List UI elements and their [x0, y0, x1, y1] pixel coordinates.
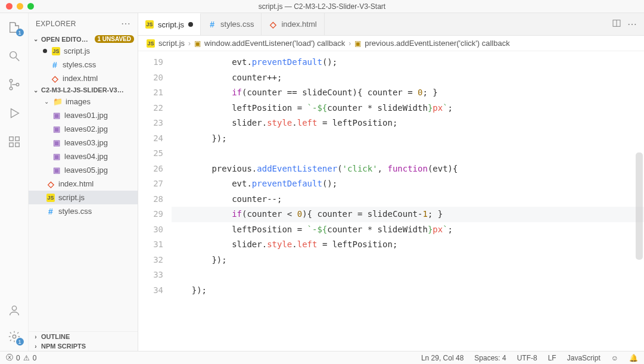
code-line[interactable]: if(counter < 0){ counter = slideCount-1;…: [172, 207, 644, 222]
vertical-scrollbar[interactable]: [636, 153, 643, 260]
line-number: 25: [138, 146, 163, 161]
line-number: 21: [138, 85, 163, 101]
code-line[interactable]: evt.preventDefault();: [172, 176, 644, 192]
line-number: 33: [138, 267, 163, 283]
html-file-icon: ◇: [46, 180, 55, 188]
explorer-badge: 1: [16, 29, 24, 36]
line-number: 34: [138, 283, 163, 298]
breadcrumb[interactable]: JS script.js › ▣ window.addEventListener…: [138, 36, 644, 51]
line-number: 32: [138, 253, 163, 268]
status-encoding[interactable]: UTF-8: [517, 354, 537, 362]
feedback-icon[interactable]: ☺: [611, 354, 618, 362]
tab-styles-css[interactable]: #styles.css: [201, 13, 262, 35]
modified-dot-icon: [188, 22, 193, 27]
html-file-icon: ◇: [269, 20, 277, 29]
sidebar-title: EXPLORER: [36, 20, 76, 28]
line-number: 20: [138, 70, 163, 86]
tab-index-html[interactable]: ◇index.html: [262, 13, 324, 35]
file-item[interactable]: ▣leaves05.jpg: [29, 163, 138, 177]
notifications-icon[interactable]: 🔔: [629, 354, 638, 362]
code-line[interactable]: [172, 267, 644, 283]
account-icon[interactable]: [7, 303, 21, 318]
window-title: script.js — C2-M3-L2-JS-Slider-V3-Start: [0, 2, 644, 11]
project-section[interactable]: ⌄ C2-M3-L2-JS-SLIDER-V3…: [29, 85, 138, 95]
chevron-right-icon: ›: [32, 343, 39, 350]
open-editors-section[interactable]: ⌄ OPEN EDITO… 1 UNSAVED: [29, 34, 138, 44]
status-errors[interactable]: ⓧ 0 ⚠ 0: [6, 353, 36, 363]
error-icon: ⓧ: [6, 353, 13, 363]
image-file-icon: ▣: [52, 125, 61, 133]
code-line[interactable]: });: [172, 283, 644, 298]
code-line[interactable]: leftPosition = `-${counter * slideWidth}…: [172, 222, 644, 238]
settings-badge: 1: [16, 338, 24, 346]
file-item[interactable]: ◇index.html: [29, 177, 138, 191]
line-number: 26: [138, 161, 163, 177]
code-editor[interactable]: 19202122232425262728293031323334 evt.pre…: [138, 51, 644, 351]
warning-icon: ⚠: [23, 354, 30, 362]
npm-scripts-section[interactable]: › NPM SCRIPTS: [29, 341, 138, 351]
tabs-bar: JSscript.js#styles.css◇index.html ⋯: [138, 13, 644, 36]
code-line[interactable]: if(counter == slideCount){ counter = 0; …: [172, 85, 644, 101]
css-file-icon: #: [51, 61, 59, 69]
line-number: 24: [138, 131, 163, 147]
tab-script-js[interactable]: JSscript.js: [138, 13, 201, 35]
search-icon[interactable]: [7, 49, 21, 63]
code-line[interactable]: [172, 146, 644, 161]
open-editor-item[interactable]: #styles.css: [29, 58, 138, 71]
unsaved-badge: 1 UNSAVED: [95, 35, 135, 43]
chevron-down-icon: ⌄: [32, 87, 39, 94]
image-file-icon: ▣: [52, 153, 61, 161]
status-eol[interactable]: LF: [548, 354, 556, 362]
js-file-icon: JS: [46, 194, 55, 202]
code-line[interactable]: counter--;: [172, 192, 644, 207]
file-item[interactable]: ▣leaves03.jpg: [29, 136, 138, 150]
chevron-down-icon: ⌄: [32, 36, 39, 42]
line-number: 30: [138, 222, 163, 238]
outline-section[interactable]: › OUTLINE: [29, 332, 138, 341]
status-bar: ⓧ 0 ⚠ 0 Ln 29, Col 48 Spaces: 4 UTF-8 LF…: [0, 351, 644, 364]
js-file-icon: JS: [52, 47, 60, 55]
sidebar-more-icon[interactable]: ⋯: [121, 18, 130, 29]
folder-icon: 📁: [54, 98, 62, 106]
file-item[interactable]: ▣leaves02.jpg: [29, 122, 138, 136]
code-line[interactable]: });: [172, 131, 644, 147]
html-file-icon: ◇: [51, 74, 59, 83]
code-line[interactable]: evt.preventDefault();: [172, 55, 644, 70]
open-editor-item[interactable]: JSscript.js: [29, 44, 138, 58]
split-editor-icon[interactable]: [612, 18, 621, 30]
chevron-down-icon: ⌄: [43, 98, 50, 105]
code-line[interactable]: slider.style.left = leftPosition;: [172, 237, 644, 253]
file-item[interactable]: ▣leaves01.jpg: [29, 108, 138, 122]
status-spaces[interactable]: Spaces: 4: [474, 354, 506, 362]
modified-dot-icon: [43, 49, 47, 53]
svg-rect-7: [15, 137, 18, 141]
js-file-icon: JS: [147, 39, 155, 48]
code-line[interactable]: counter++;: [172, 70, 644, 86]
file-item[interactable]: #styles.css: [29, 204, 138, 218]
extensions-icon[interactable]: [7, 135, 21, 149]
svg-line-1: [15, 58, 19, 61]
image-file-icon: ▣: [52, 139, 61, 147]
run-debug-icon[interactable]: [7, 106, 21, 120]
code-line[interactable]: previous.addEventListener('click', funct…: [172, 161, 644, 177]
editor-area: JSscript.js#styles.css◇index.html ⋯ JS s…: [138, 13, 644, 351]
open-editor-item[interactable]: ◇index.html: [29, 71, 138, 85]
symbol-icon: ▣: [354, 39, 361, 48]
chevron-right-icon: ›: [32, 334, 39, 340]
source-control-icon[interactable]: [7, 77, 21, 92]
status-cursor[interactable]: Ln 29, Col 48: [421, 354, 463, 362]
folder-images[interactable]: ⌄ 📁 images: [29, 95, 138, 108]
css-file-icon: #: [46, 207, 55, 216]
svg-point-0: [10, 52, 16, 58]
line-number: 29: [138, 207, 163, 222]
code-line[interactable]: leftPosition = `-${counter * slideWidth}…: [172, 101, 644, 116]
line-number: 31: [138, 237, 163, 253]
file-item[interactable]: JSscript.js: [29, 191, 138, 204]
code-line[interactable]: });: [172, 253, 644, 268]
editor-more-icon[interactable]: ⋯: [627, 18, 637, 30]
code-line[interactable]: slider.style.left = leftPosition;: [172, 116, 644, 131]
svg-point-2: [10, 79, 13, 82]
file-item[interactable]: ▣leaves04.jpg: [29, 150, 138, 163]
status-language[interactable]: JavaScript: [567, 354, 601, 362]
title-bar: script.js — C2-M3-L2-JS-Slider-V3-Start: [0, 0, 644, 13]
